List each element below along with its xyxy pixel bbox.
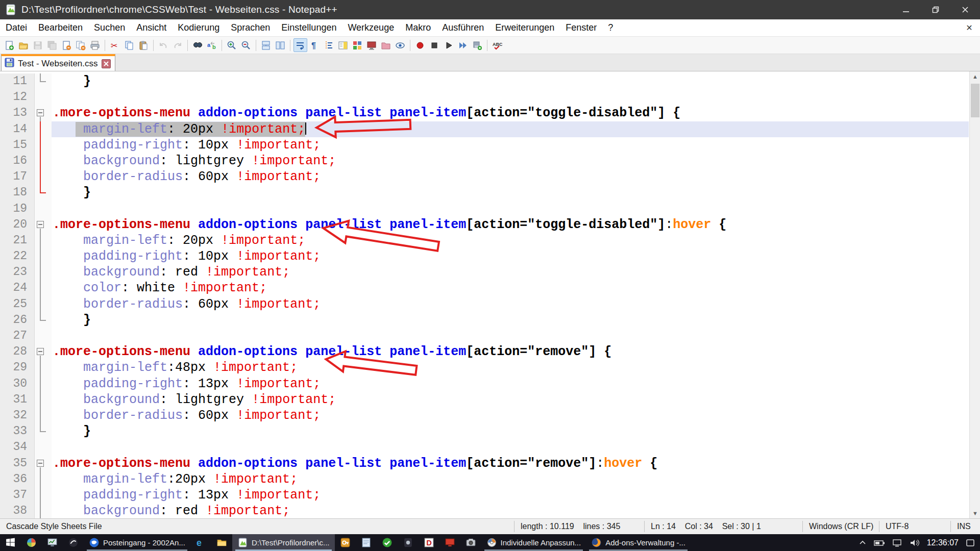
code-line-33[interactable]: 33 } [0, 423, 969, 439]
paste-button[interactable] [137, 38, 151, 52]
spell-check-button[interactable]: ABC [491, 38, 504, 52]
code-line-25[interactable]: 25 border-radius: 60px !important; [0, 296, 969, 312]
menu-kodierung[interactable]: Kodierung [172, 19, 225, 36]
menu-fenster[interactable]: Fenster [560, 19, 602, 36]
find-button[interactable] [191, 38, 205, 52]
taskbar-item-dark-circle[interactable] [63, 534, 84, 551]
code-line-35[interactable]: 35.more-options-menu addon-options panel… [0, 456, 969, 471]
status-eol-format[interactable]: Windows (CR LF) [802, 521, 879, 532]
doc-map-button[interactable] [336, 38, 350, 52]
menu-datei[interactable]: Datei [0, 19, 33, 36]
taskbar-item-explorer[interactable] [211, 534, 232, 551]
code-line-21[interactable]: 21 margin-left: 20px !important; [0, 233, 969, 248]
code-line-31[interactable]: 31 background: lightgrey !important; [0, 392, 969, 408]
action-center-icon[interactable] [966, 539, 975, 547]
sync-horizontal-button[interactable] [274, 38, 287, 52]
code-line-30[interactable]: 30 padding-right: 13px !important; [0, 376, 969, 392]
code-line-14[interactable]: 14 margin-left: 20px !important; [0, 121, 969, 137]
scroll-up-icon[interactable]: ▲ [970, 71, 980, 82]
menu-ausfhren[interactable]: Ausführen [436, 19, 489, 36]
code-line-20[interactable]: 20.more-options-menu addon-options panel… [0, 217, 969, 233]
indent-guide-button[interactable] [322, 38, 336, 52]
code-line-16[interactable]: 16 background: lightgrey !important; [0, 153, 969, 169]
function-list-button[interactable] [351, 38, 364, 52]
code-line-27[interactable]: 27 [0, 328, 969, 344]
code-line-37[interactable]: 37 padding-right: 13px !important; [0, 487, 969, 503]
status-encoding[interactable]: UTF-8 [879, 521, 950, 532]
replace-button[interactable]: ab [205, 38, 219, 52]
macro-play-button[interactable] [442, 38, 456, 52]
menu-werkzeuge[interactable]: Werkzeuge [342, 19, 400, 36]
tray-battery-icon[interactable] [874, 539, 885, 547]
show-all-characters-button[interactable]: ¶ [308, 38, 322, 52]
taskbar-item-dark-app[interactable] [398, 534, 419, 551]
cut-button[interactable]: ✂ [108, 38, 122, 52]
zoom-out-button[interactable] [239, 38, 253, 52]
code-line-23[interactable]: 23 background: red !important; [0, 264, 969, 280]
save-all-button[interactable] [45, 38, 59, 52]
code-line-29[interactable]: 29 margin-left:48px !important; [0, 360, 969, 375]
taskbar-item-green-check[interactable] [377, 534, 398, 551]
open-folder-button[interactable] [17, 38, 31, 52]
code-line-13[interactable]: 13.more-options-menu addon-options panel… [0, 105, 969, 121]
menu-suchen[interactable]: Suchen [88, 19, 131, 36]
fold-collapse-icon[interactable] [35, 217, 52, 233]
taskbar-item-firefox[interactable]: Add-ons-Verwaltung -... [586, 534, 691, 551]
save-button[interactable] [31, 38, 45, 52]
code-line-28[interactable]: 28.more-options-menu addon-options panel… [0, 344, 969, 360]
taskbar-item-keepass[interactable] [335, 534, 356, 551]
fold-collapse-icon[interactable] [35, 456, 52, 471]
taskbar-item-edge[interactable]: e [190, 534, 211, 551]
tab-test-webseiten[interactable]: Test - Webseiten.css [1, 54, 115, 71]
taskbar-item-settings-colors[interactable]: Individuelle Anpassun... [481, 534, 586, 551]
code-line-19[interactable]: 19 [0, 201, 969, 217]
editor-pane[interactable]: 11 }1213.more-options-menu addon-options… [0, 71, 980, 518]
tray-network-icon[interactable] [892, 539, 902, 547]
scrollbar-thumb[interactable] [971, 84, 979, 117]
taskbar-item-notes[interactable] [356, 534, 377, 551]
word-wrap-button[interactable] [293, 38, 307, 52]
new-file-button[interactable] [3, 38, 16, 52]
code-line-22[interactable]: 22 padding-right: 10px !important; [0, 248, 969, 264]
menu-einstellungen[interactable]: Einstellungen [276, 19, 342, 36]
code-line-18[interactable]: 18 } [0, 185, 969, 201]
fold-collapse-icon[interactable] [35, 105, 52, 121]
code-line-11[interactable]: 11 } [0, 73, 969, 89]
taskbar-item-red-monitor[interactable] [439, 534, 460, 551]
sync-vertical-button[interactable] [259, 38, 273, 52]
tray-volume-icon[interactable] [910, 539, 920, 547]
menu-sprachen[interactable]: Sprachen [225, 19, 276, 36]
monitor-browser-button[interactable] [365, 38, 379, 52]
tab-close-icon[interactable] [102, 59, 111, 68]
undo-button[interactable] [157, 38, 170, 52]
code-line-38[interactable]: 38 background: red !important; [0, 503, 969, 518]
taskbar-item-monitor-chart[interactable] [42, 534, 63, 551]
taskbar-item-notepadpp[interactable]: D:\Test\Profilordner\c... [232, 534, 335, 551]
macro-save-button[interactable] [471, 38, 484, 52]
code-line-32[interactable]: 32 border-radius: 60px !important; [0, 408, 969, 423]
menu-?[interactable]: ? [602, 19, 619, 36]
restore-button[interactable] [921, 0, 950, 19]
code-line-15[interactable]: 15 padding-right: 10px !important; [0, 137, 969, 153]
taskbar-item-thunderbird[interactable]: Posteingang - 2002An... [84, 534, 190, 551]
code-line-24[interactable]: 24 color: white !important; [0, 280, 969, 296]
status-insert-mode[interactable]: INS [950, 521, 980, 532]
fold-collapse-icon[interactable] [35, 344, 52, 360]
eye-view-button[interactable] [394, 38, 407, 52]
menu-makro[interactable]: Makro [400, 19, 436, 36]
redo-button[interactable] [171, 38, 185, 52]
taskbar-clock[interactable]: 12:36:07 [927, 538, 959, 547]
vertical-scrollbar[interactable]: ▲ ▼ [969, 71, 980, 518]
folder-workspace-button[interactable] [379, 38, 393, 52]
macro-record-button[interactable] [413, 38, 427, 52]
taskbar-item-camera[interactable] [460, 534, 481, 551]
code-line-36[interactable]: 36 margin-left:20px !important; [0, 471, 969, 487]
print-button[interactable] [88, 38, 102, 52]
taskbar-item-d-app[interactable]: D [419, 534, 439, 551]
menu-bearbeiten[interactable]: Bearbeiten [33, 19, 88, 36]
menu-erweiterungen[interactable]: Erweiterungen [489, 19, 560, 36]
macro-stop-button[interactable] [428, 38, 442, 52]
menu-ansicht[interactable]: Ansicht [131, 19, 172, 36]
macro-run-multiple-button[interactable] [456, 38, 470, 52]
close-file-button[interactable] [60, 38, 74, 52]
